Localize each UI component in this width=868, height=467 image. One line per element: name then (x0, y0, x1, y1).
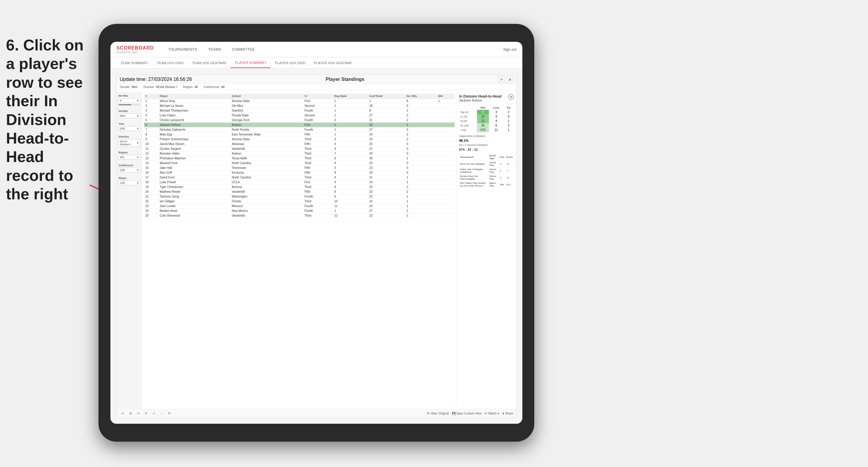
table-row[interactable]: 18Luke PowellUCLAFirst4241 (144, 180, 455, 185)
bottom-right: 👁 View: Original 💾 Save Custom View 👁 Wa… (427, 412, 513, 415)
table-row[interactable]: 21Taehoon SongWashingtonFourth6231 (144, 194, 455, 199)
table-header-row: # Player School Yr Reg Rank Conf Rank No… (144, 94, 455, 99)
watch-btn[interactable]: 👁 Watch ▾ (485, 412, 499, 415)
table-cell: Fifth (303, 170, 333, 175)
table-cell: 8 (333, 185, 368, 189)
nav-teams[interactable]: TEAMS (203, 43, 227, 56)
table-row[interactable]: 7Nicholas GabrieichiNorth FloridaFourth1… (144, 127, 455, 132)
filter-region: Region: All (183, 85, 198, 89)
h2h-tie-cell: 5 (503, 114, 514, 119)
refresh-button[interactable]: ↻ (166, 410, 172, 416)
toolbar-btn-2[interactable]: ⊞ (506, 76, 513, 83)
sidebar-region-control[interactable]: N/A▾ (119, 155, 140, 160)
sub-nav-team-summary[interactable]: TEAM SUMMARY (116, 58, 153, 68)
table-cell: 1 (333, 132, 368, 137)
table-cell: Tiger Christensen (158, 185, 230, 189)
t-col-tournament: Tournament (459, 154, 488, 160)
table-row[interactable]: 12Brendan VallesAuburnThird7240 (144, 151, 455, 156)
toolbar-btn-1[interactable]: ⟳ (498, 76, 505, 83)
pause-button[interactable]: ⏸ (127, 410, 133, 416)
sidebar-gender-control[interactable]: Men▾ (119, 114, 140, 118)
table-cell: 24 (368, 132, 405, 137)
table-cell: 1 (144, 99, 158, 103)
table-cell: 3 (333, 166, 368, 170)
table-row[interactable]: 1Wenyi DingArizona StateFirst1181 (144, 99, 455, 103)
table-cell: First (303, 123, 333, 127)
sub-nav-team-h2h-heatmap[interactable]: TEAM H2H HEATMAP (188, 58, 231, 68)
sidebar-conference-control[interactable]: (All)▾ (119, 168, 140, 173)
table-row[interactable]: 9Preston SummerhaysArizona StateThird324… (144, 137, 455, 142)
sidebar-division-control[interactable]: NCAA Division I▾ (119, 139, 140, 147)
col-rds: No. Rds. (405, 94, 437, 99)
table-cell (437, 199, 455, 204)
table-row[interactable]: 5Christo LamprechtGeorgia TechFourth2212 (144, 118, 455, 123)
h2h-row: 26-502241 (459, 119, 514, 123)
table-row[interactable]: 19Tiger ChristensenArizonaThird8232 (144, 185, 455, 189)
table-cell (437, 151, 455, 156)
table-row[interactable]: 11Gordon SargentVanderbiltThird4210 (144, 147, 455, 151)
sidebar-no-rds-control[interactable]: 6▾ (119, 98, 140, 103)
table-cell: Wenyi Ding (158, 99, 230, 103)
expand-button[interactable]: ⤢ (151, 410, 157, 416)
sub-nav-player-h2h-grid[interactable]: PLAYER H2H GRID (271, 58, 310, 68)
nav-tournaments[interactable]: TOURNAMENTS (163, 43, 203, 56)
table-row[interactable]: 4Luke ClatonFlorida StateSecond1272 (144, 113, 455, 118)
table-row[interactable]: 2Michael La SasseOle MissSecond1180 (144, 103, 455, 108)
table-cell: North Carolina (230, 161, 303, 166)
table-row[interactable]: 24Bastien AmatNew MexicoFourth1272 (144, 209, 455, 213)
share-btn[interactable]: ⬆ Share (502, 412, 513, 415)
sub-nav-player-h2h-heatmap[interactable]: PLAYER H2H HEATMAP (310, 58, 356, 68)
redo-button[interactable]: ↪ (135, 410, 141, 416)
sidebar-division-label: Division (119, 135, 140, 138)
h2h-player-name: Jackson Koivun (459, 98, 501, 102)
table-row[interactable]: 10Jacob Max OlesenArkansasFifth4250 (144, 142, 455, 147)
table-row[interactable]: 3Michael ThorbjornsenStanfordFourth181 (144, 108, 455, 113)
sub-nav-team-h2h-grid[interactable]: TEAM H2H GRID (153, 58, 188, 68)
sidebar-year-control[interactable]: (All)▾ (119, 126, 140, 131)
tournament-cell: 18-1 (505, 181, 514, 188)
table-cell: Third (303, 213, 333, 218)
sidebar-player-control[interactable]: (All)▾ (119, 181, 140, 185)
table-row[interactable]: 14Maxwell FordNorth CarolinaThird9230 (144, 161, 455, 166)
view-original-btn[interactable]: 👁 View: Original (427, 412, 449, 415)
sidebar-region-label: Region (119, 151, 140, 154)
table-row[interactable]: 6Jackson KoivunAuburnFirst1161 (144, 123, 455, 127)
table-cell: 3 (333, 137, 368, 142)
table-row[interactable]: 17David FordNorth CarolinaThird4211 (144, 175, 455, 180)
table-row[interactable]: 8Mats EgeEast Tennessee StateFifth1242 (144, 132, 455, 137)
table-cell: Brendan Valles (158, 151, 230, 156)
panel-topbar: Update time: 27/03/2024 16:56:26 Player … (117, 75, 516, 84)
nav-committee[interactable]: COMMITTEE (226, 43, 260, 56)
table-cell: Gordon Sargent (158, 147, 230, 151)
table-cell: Arkansas (230, 142, 303, 147)
table-row[interactable]: 15Jake HallTennesseeFifth3230 (144, 166, 455, 170)
table-cell: Mats Ege (158, 132, 230, 137)
copy-button[interactable]: ⎘ (143, 410, 149, 416)
save-custom-view-btn[interactable]: 💾 Save Custom View (452, 412, 482, 415)
h2h-row: >100578111 (459, 128, 514, 132)
h2h-rank-cell: Top 10 (459, 110, 477, 114)
table-row[interactable]: 25Cole SherwoodVanderbiltThird12231 (144, 213, 455, 218)
h2h-rank-cell: 51-100 (459, 123, 477, 128)
table-row[interactable]: 22Ian GilliganFloridaThird10241 (144, 199, 455, 204)
sub-nav-player-summary[interactable]: PLAYER SUMMARY (231, 58, 271, 68)
undo-button[interactable]: ↩ (120, 410, 126, 416)
table-cell (437, 142, 455, 147)
sidebar-slider[interactable] (119, 104, 140, 105)
table-row[interactable]: 16Alex GoffKentuckyFifth8190 (144, 170, 455, 175)
table-row[interactable]: 13Phichakon MaichonTexas A&MThird6301 (144, 156, 455, 161)
table-cell (437, 161, 455, 166)
table-cell: 2 (405, 132, 437, 137)
table-cell: Fourth (303, 194, 333, 199)
table-cell: 23 (368, 194, 405, 199)
sidebar-conference: Conference (All)▾ (119, 164, 140, 173)
table-row[interactable]: 23Jack LundinMissouriFourth11241 (144, 204, 455, 209)
table-cell: 24 (368, 204, 405, 209)
more-button[interactable]: ··· (158, 410, 164, 416)
close-button[interactable]: ✕ (508, 94, 514, 100)
table-cell (437, 189, 455, 194)
table-row[interactable]: 20Matthew RiedelVanderbiltFifth8232 (144, 189, 455, 194)
table-cell (437, 194, 455, 199)
sign-out-link[interactable]: Sign out (503, 48, 516, 52)
table-cell (437, 185, 455, 189)
